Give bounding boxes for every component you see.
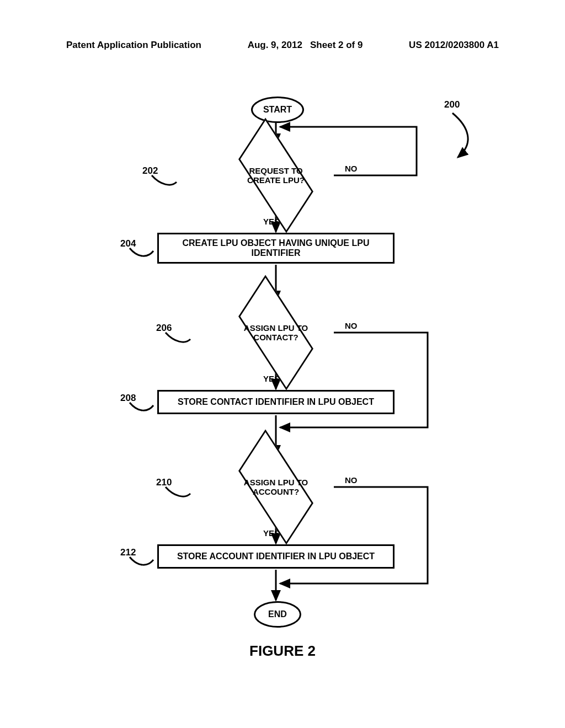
ref-210: 210 [156,477,172,488]
ref-212: 212 [120,547,136,558]
header-date-sheet: Aug. 9, 2012 Sheet 2 of 9 [248,40,363,51]
header-publication: Patent Application Publication [66,40,201,51]
label-yes-210: YES [263,528,280,538]
label-yes-202: YES [263,217,280,226]
ref-206: 206 [156,323,172,334]
terminal-start: START [251,97,304,123]
label-yes-206: YES [263,374,280,383]
header-docnum: US 2012/0203800 A1 [409,40,499,51]
label-no-202: NO [345,164,358,173]
process-store-contact-id: STORE CONTACT IDENTIFIER IN LPU OBJECT [157,390,395,414]
label-no-210: NO [345,475,358,485]
decision-assign-lpu-contact: ASSIGN LPU TO CONTACT? [218,301,334,364]
decision-assign-lpu-account: ASSIGN LPU TO ACCOUNT? [218,455,334,518]
ref-200: 200 [444,99,460,110]
ref-208: 208 [120,393,136,404]
figure-caption: FIGURE 2 [0,643,565,660]
process-create-lpu-object: CREATE LPU OBJECT HAVING UNIQUE LPU IDEN… [157,233,395,264]
page-header: Patent Application Publication Aug. 9, 2… [0,40,565,51]
label-no-206: NO [345,321,358,330]
terminal-end: END [254,601,301,628]
decision-request-create-lpu: REQUEST TO CREATE LPU? [218,143,334,207]
patent-page: Patent Application Publication Aug. 9, 2… [0,0,565,728]
process-store-account-id: STORE ACCOUNT IDENTIFIER IN LPU OBJECT [157,544,395,569]
ref-204: 204 [120,238,136,249]
ref-202: 202 [142,165,158,176]
